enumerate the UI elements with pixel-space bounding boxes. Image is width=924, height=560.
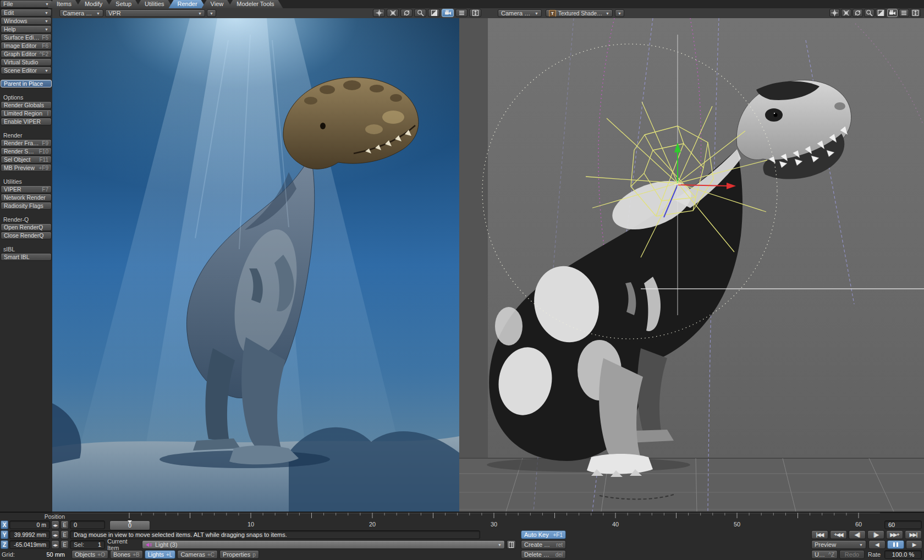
redo-button[interactable]: Redo <box>839 550 865 559</box>
file-menu-button[interactable]: File ▼ <box>0 0 52 8</box>
right-render-mode-select[interactable]: T Textured Shaded Solid▼ <box>546 9 613 17</box>
left-viewport-options-dropdown[interactable]: ▼ <box>207 9 216 17</box>
orbit-tool-icon[interactable] <box>400 9 413 17</box>
axis-chip[interactable]: Y <box>1 530 8 539</box>
sidebar-item[interactable]: Scene Editor ▼ <box>1 67 52 74</box>
tab[interactable]: Setup <box>107 0 140 8</box>
menu-icon[interactable] <box>455 9 468 17</box>
axis-chip[interactable]: Z <box>1 540 8 549</box>
tab[interactable]: Modify <box>76 0 111 8</box>
play-forward-button[interactable]: ▶ <box>906 540 922 549</box>
sidebar-item[interactable]: Windows ▼ <box>1 17 52 25</box>
sidebar-item[interactable]: Parent in Place ▼ <box>1 80 52 87</box>
axis-value-field[interactable]: 0 m <box>9 520 50 529</box>
current-item-label: Current Item <box>107 540 140 549</box>
auto-key-button[interactable]: Auto Key+F1 <box>521 530 566 539</box>
left-viewport-canvas[interactable] <box>52 18 459 512</box>
item-type-buttons: Objects+O Bones+B Lights+L Cameras+C Pro… <box>72 550 261 559</box>
rate-field[interactable]: 100.0 % <box>884 550 922 559</box>
maximize-view-icon[interactable] <box>876 9 886 17</box>
zoom-tool-icon[interactable] <box>414 9 426 17</box>
right-viewport-canvas[interactable] <box>459 18 924 512</box>
sidebar-item[interactable]: Smart IBL ▼ <box>1 253 52 261</box>
right-view-type-select[interactable]: Camera View▼ <box>498 9 542 17</box>
minmax-icon[interactable] <box>469 9 481 17</box>
end-frame-field[interactable]: 60 <box>884 520 922 529</box>
tab[interactable]: Modeler Tools <box>228 0 283 8</box>
item-type-button[interactable]: Bones+B <box>110 550 143 559</box>
minmax-icon[interactable] <box>910 9 921 17</box>
step-forward-button[interactable]: ||▶ <box>867 530 884 539</box>
envelope-button[interactable]: E <box>61 530 69 539</box>
svg-text:10: 10 <box>248 521 254 528</box>
sidebar-item[interactable]: VIPER F7 ▼ <box>1 185 52 193</box>
tab[interactable]: View <box>202 0 233 8</box>
left-render-mode-select[interactable]: VPR▼ <box>105 9 205 17</box>
preview-dropdown[interactable]: Preview▼ <box>811 540 866 549</box>
current-item-select[interactable]: Light (3) ▼ <box>142 540 505 549</box>
sidebar-item[interactable]: Surface Editor F5 ▼ <box>1 34 52 41</box>
axis-value-field[interactable]: -65.0419mm <box>9 540 50 549</box>
sidebar-item[interactable]: Close RenderQ ▼ <box>1 232 52 239</box>
sidebar-item: Utilities ▼ <box>1 178 52 185</box>
axis-stepper[interactable]: ◀▶ <box>51 540 59 549</box>
axis-stepper[interactable]: ◀▶ <box>51 530 59 539</box>
create-key-button[interactable]: Create Keyret <box>521 540 566 549</box>
maximize-view-icon[interactable] <box>428 9 440 17</box>
item-type-button[interactable]: Cameras+C <box>177 550 218 559</box>
chevron-down-icon: ▼ <box>606 12 609 15</box>
axis-stepper[interactable]: ◀▶ <box>51 520 59 529</box>
move-tool-icon[interactable] <box>373 9 385 17</box>
left-view-type-select[interactable]: Camera View▼ <box>59 9 103 17</box>
sidebar-item[interactable]: Virtual Studio ▼ <box>1 58 52 66</box>
axis-chip[interactable]: X <box>1 520 8 529</box>
orbit-tool-icon[interactable] <box>853 9 863 17</box>
play-reverse-button[interactable]: ◀ <box>868 540 886 549</box>
sidebar-item[interactable]: Open RenderQ ▼ <box>1 223 52 231</box>
tab[interactable]: Items <box>48 0 80 8</box>
timeline-ruler[interactable]: 0102030405060 <box>107 512 884 529</box>
sidebar-item[interactable]: Edit ▼ <box>1 9 52 17</box>
sidebar-item[interactable]: Sel Object F11 ▼ <box>1 156 52 163</box>
pause-button[interactable] <box>887 540 904 549</box>
delete-key-button[interactable]: Delete Keydel <box>521 550 566 559</box>
sidebar-item[interactable]: Render Scene F10 ▼ <box>1 147 52 155</box>
sidebar-item[interactable]: Render Frame F9 ▼ <box>1 139 52 147</box>
sidebar-item[interactable]: Limited Region l ▼ <box>1 109 52 117</box>
transport-steps: |◀◀ +◀◀ ◀|| ||▶ ▶▶+ ▶▶| <box>811 530 922 539</box>
next-key-button[interactable]: ▶▶+ <box>886 530 903 539</box>
item-type-button[interactable]: Propertiesp <box>219 550 259 559</box>
sidebar-item[interactable]: Radiosity Flags ▼ <box>1 202 52 210</box>
timeline-slider-handle[interactable]: 0 <box>109 520 150 530</box>
prev-key-button[interactable]: +◀◀ <box>830 530 847 539</box>
camera-icon[interactable] <box>887 9 898 17</box>
sidebar-item[interactable]: Render Globals ▼ <box>1 101 52 109</box>
right-viewport-options-dropdown[interactable]: ▼ <box>615 9 624 17</box>
camera-icon[interactable] <box>442 9 454 17</box>
current-frame-field[interactable]: 0 <box>70 520 105 529</box>
item-type-button[interactable]: Lights+L <box>145 550 176 559</box>
zoom-tool-icon[interactable] <box>864 9 875 17</box>
sidebar-item[interactable]: Enable VIPER ▼ <box>1 118 52 125</box>
axis-value-field[interactable]: 39.9992 mm <box>9 530 50 539</box>
sidebar-item[interactable]: MB Preview +F9 ▼ <box>1 164 52 172</box>
envelope-button[interactable]: E <box>61 520 69 529</box>
move-tool-icon[interactable] <box>829 9 840 17</box>
sidebar-item[interactable]: Image Editor F6 ▼ <box>1 42 52 50</box>
item-type-button[interactable]: Objects+O <box>72 550 108 559</box>
tab[interactable]: Render <box>169 0 206 8</box>
go-to-start-button[interactable]: |◀◀ <box>811 530 828 539</box>
go-to-end-button[interactable]: ▶▶| <box>905 530 922 539</box>
envelope-button[interactable]: E <box>61 540 69 549</box>
sidebar-item[interactable]: Network Render ▼ <box>1 194 52 201</box>
tab[interactable]: Utilities <box>136 0 173 8</box>
sidebar-item[interactable]: Graph Editor ^F2 ▼ <box>1 50 52 58</box>
step-back-button[interactable]: ◀|| <box>849 530 866 539</box>
item-properties-button[interactable] <box>507 540 516 549</box>
rotate-tool-icon[interactable] <box>387 9 399 17</box>
chevron-down-icon: ▼ <box>198 12 202 15</box>
menu-icon[interactable] <box>899 9 909 17</box>
undo-button[interactable]: Undo^Z <box>811 550 838 559</box>
rotate-tool-icon[interactable] <box>841 9 851 17</box>
sidebar-item[interactable]: Help ▼ <box>1 25 52 33</box>
